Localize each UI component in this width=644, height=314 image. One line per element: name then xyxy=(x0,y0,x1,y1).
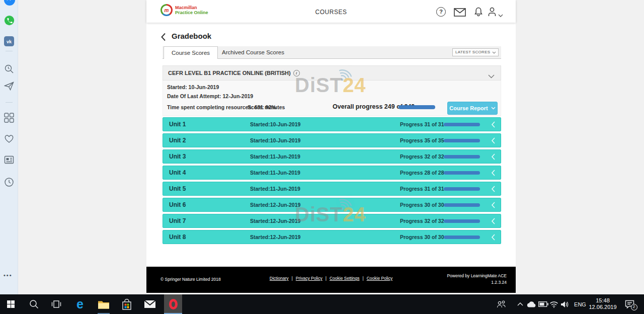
opera-icon[interactable] xyxy=(164,294,182,314)
chevron-left-icon[interactable] xyxy=(491,234,495,241)
whatsapp-icon[interactable] xyxy=(4,15,14,25)
notification-badge: 2 xyxy=(631,304,637,310)
unit-started-date: Started:12-Jun-2019 xyxy=(250,198,300,211)
unit-progress-label: Progress 30 of 30 xyxy=(400,230,444,244)
course-report-button[interactable]: Course Report xyxy=(447,102,498,115)
taskbar-search-icon[interactable] xyxy=(27,294,41,314)
bell-icon[interactable] xyxy=(474,7,482,19)
clock-time: 15:48 xyxy=(587,297,619,304)
unit-row[interactable]: Unit 6 Started:12-Jun-2019 Progress 30 o… xyxy=(163,198,501,212)
start-button[interactable] xyxy=(4,294,18,314)
volume-icon[interactable] xyxy=(558,294,571,314)
screen: vk ••• m xyxy=(0,0,644,314)
unit-row[interactable]: Unit 4 Started:11-Jun-2019 Progress 28 o… xyxy=(163,166,501,180)
battery-icon[interactable] xyxy=(537,294,549,314)
messenger-icon[interactable] xyxy=(4,0,14,5)
tab-archived-course-scores[interactable]: Archived Course Scores xyxy=(214,46,292,59)
unit-name: Unit 7 xyxy=(169,214,186,227)
unit-name: Unit 4 xyxy=(169,166,186,179)
unit-progress-bar xyxy=(444,139,480,142)
store-icon[interactable] xyxy=(120,294,134,314)
footer-link-cookie-settings[interactable]: Cookie Settings xyxy=(330,276,360,281)
footer-link-privacy-policy[interactable]: Privacy Policy xyxy=(296,276,323,281)
footer-link-cookie-policy[interactable]: Cookie Policy xyxy=(367,276,393,281)
unit-row[interactable]: Unit 1 Started:10-Jun-2019 Progress 31 o… xyxy=(163,117,501,131)
unit-row[interactable]: Unit 8 Started:12-Jun-2019 Progress 30 o… xyxy=(163,230,501,244)
unit-progress-bar xyxy=(444,123,480,126)
unit-name: Unit 1 xyxy=(169,118,186,131)
course-last-attempt: Date Of Last Attempt: 12-Jun-2019 xyxy=(167,93,253,99)
unit-progress-bar xyxy=(444,236,480,239)
help-icon[interactable]: ? xyxy=(436,7,446,17)
sidebar-divider xyxy=(6,102,13,103)
site-header: m Macmillan Practice Online COURSES ? xyxy=(146,0,516,23)
unit-started-date: Started:11-Jun-2019 xyxy=(250,150,300,163)
clock-date: 12.06.2019 xyxy=(587,304,619,310)
task-view-icon[interactable] xyxy=(49,294,63,314)
course-panel: CEFR LEVEL B1 PRACTICE ONLINE (BRITISH)i… xyxy=(163,65,501,116)
speed-dial-icon[interactable] xyxy=(4,113,14,123)
account-icon[interactable] xyxy=(487,7,497,19)
unit-progress-label: Progress 32 of 32 xyxy=(400,150,444,163)
unit-name: Unit 5 xyxy=(169,182,186,195)
people-icon[interactable] xyxy=(495,294,507,314)
site-column: m Macmillan Practice Online COURSES ? xyxy=(146,0,516,294)
chevron-down-icon[interactable] xyxy=(488,71,495,81)
wifi-icon[interactable] xyxy=(548,294,559,314)
unit-started-date: Started:12-Jun-2019 xyxy=(250,230,300,244)
version-text: 1.2.3.24 xyxy=(491,280,507,285)
unit-progress-bar xyxy=(444,171,480,175)
unit-name: Unit 3 xyxy=(169,150,186,163)
tab-course-scores[interactable]: Course Scores xyxy=(164,46,218,59)
overall-progress-bar xyxy=(398,105,435,109)
unit-progress-bar xyxy=(444,203,480,207)
unit-row[interactable]: Unit 3 Started:11-Jun-2019 Progress 32 o… xyxy=(163,149,501,164)
unit-progress-bar xyxy=(444,219,480,223)
chevron-up-icon[interactable] xyxy=(516,294,525,314)
vk-glyph: vk xyxy=(7,39,12,44)
more-dots[interactable]: ••• xyxy=(4,272,13,278)
clock[interactable]: 15:48 12.06.2019 xyxy=(587,294,619,314)
my-flow-icon[interactable] xyxy=(4,82,14,92)
action-center-icon[interactable]: 2 xyxy=(622,294,637,314)
tab-strip: Course Scores Archived Course Scores xyxy=(163,46,501,59)
back-button[interactable] xyxy=(160,33,166,43)
vk-icon[interactable]: vk xyxy=(4,36,14,46)
history-clock-icon[interactable] xyxy=(4,177,14,187)
file-explorer-icon[interactable] xyxy=(97,294,111,314)
mail-app-icon[interactable] xyxy=(143,294,157,314)
mail-icon[interactable] xyxy=(454,8,466,19)
unit-started-date: Started:12-Jun-2019 xyxy=(250,214,300,227)
course-header-row[interactable]: CEFR LEVEL B1 PRACTICE ONLINE (BRITISH)i xyxy=(163,65,501,81)
unit-row[interactable]: Unit 7 Started:12-Jun-2019 Progress 32 o… xyxy=(163,214,501,228)
unit-progress-label: Progress 30 of 30 xyxy=(400,198,444,211)
powered-by-text: Powered by LearningMate ACE xyxy=(447,273,507,278)
unit-row[interactable]: Unit 5 Started:11-Jun-2019 Progress 31 o… xyxy=(163,182,501,196)
latest-scores-dropdown[interactable]: LATEST SCORES xyxy=(452,48,499,56)
chevron-left-icon[interactable] xyxy=(491,153,495,160)
chevron-down-icon[interactable] xyxy=(498,10,503,19)
course-title: CEFR LEVEL B1 PRACTICE ONLINE (BRITISH) xyxy=(168,70,291,76)
unit-progress-label: Progress 32 of 32 xyxy=(400,214,444,227)
edge-icon[interactable]: e xyxy=(73,294,87,314)
chevron-left-icon[interactable] xyxy=(491,121,495,128)
onedrive-cloud-icon[interactable] xyxy=(526,294,537,314)
chevron-left-icon[interactable] xyxy=(491,137,495,144)
language-indicator[interactable]: ENG xyxy=(573,294,588,314)
unit-row[interactable]: Unit 2 Started:10-Jun-2019 Progress 35 o… xyxy=(163,133,501,147)
opera-sidebar: vk ••• xyxy=(0,0,18,294)
info-icon[interactable]: i xyxy=(293,70,300,76)
news-icon[interactable] xyxy=(4,155,14,166)
bookmarks-heart-icon[interactable] xyxy=(4,134,14,144)
separator: | xyxy=(326,276,327,281)
chevron-left-icon[interactable] xyxy=(491,202,495,208)
latest-scores-value: LATEST SCORES xyxy=(455,50,490,54)
browser-viewport: m Macmillan Practice Online COURSES ? xyxy=(18,0,644,294)
taskbar: e ENG xyxy=(0,294,644,314)
chevron-left-icon[interactable] xyxy=(491,170,495,176)
page-title: Gradebook xyxy=(172,32,211,40)
chevron-left-icon[interactable] xyxy=(491,186,495,192)
search-history-icon[interactable] xyxy=(4,64,14,74)
footer-link-dictionary[interactable]: Dictionary xyxy=(270,276,289,281)
chevron-left-icon[interactable] xyxy=(491,218,495,224)
